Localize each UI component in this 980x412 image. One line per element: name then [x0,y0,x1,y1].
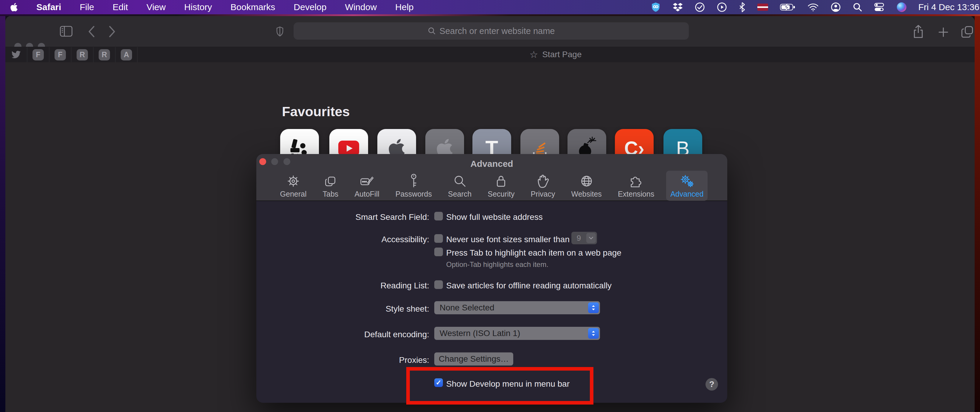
default-encoding-label: Default encoding: [262,330,429,339]
never-use-font-sizes-checkbox[interactable] [434,234,443,243]
default-encoding-value: Western (ISO Latin 1) [440,329,520,338]
help-button[interactable]: ? [705,378,718,391]
save-articles-checkbox[interactable] [434,280,443,289]
puzzle-icon [629,173,643,188]
magnifier-icon [453,173,467,188]
menu-item-edit[interactable]: Edit [113,2,128,12]
tab-extensions[interactable]: Extensions [614,171,659,201]
dialog-header: Advanced General Tabs [256,154,727,201]
never-use-font-sizes-text: Never use font sizes smaller than [446,235,570,244]
privacy-shield-icon[interactable] [276,27,284,36]
tab-overview-button[interactable] [961,25,974,38]
share-button[interactable] [912,25,924,38]
tab-autofill[interactable]: AutoFill [350,171,383,201]
favicon-letter: F [54,49,66,60]
new-tab-button[interactable] [938,27,949,38]
menu-bar: Safari File Edit View History Bookmarks … [0,0,980,14]
bookmark-favicon-r1[interactable]: R [72,47,94,62]
bookmark-favicon-f2[interactable]: F [49,47,72,62]
tab-label: Advanced [670,190,703,198]
style-sheet-popup[interactable]: None Selected [434,301,600,314]
bookmarks-bar: F F R R A ☆ Start Page [5,47,975,62]
default-encoding-popup[interactable]: Western (ISO Latin 1) [434,327,600,340]
accessibility-label: Accessibility: [262,235,429,244]
safari-toolbar: Search or enter website name [5,16,975,47]
press-tab-checkbox[interactable] [434,247,443,256]
menu-item-file[interactable]: File [80,2,94,12]
safari-window: Search or enter website name F F R R A ☆… [5,16,975,412]
bookmark-favicon-twitter[interactable] [5,47,27,62]
control-center-icon[interactable] [874,3,885,12]
bookmark-favicon-a[interactable]: A [116,47,138,62]
gear-icon [286,173,300,188]
vpn-shield-icon[interactable] [651,2,661,13]
dropbox-icon[interactable] [673,2,683,12]
menu-item-bookmarks[interactable]: Bookmarks [231,2,275,12]
desktop-wallpaper-strip [0,14,980,16]
bookmark-favicon-r2[interactable]: R [94,47,116,62]
menu-item-view[interactable]: View [146,2,165,12]
search-icon [428,27,436,35]
address-placeholder: Search or enter website name [440,26,555,36]
play-circle-icon[interactable] [717,2,727,12]
preferences-tabs: General Tabs AutoFill [256,171,727,199]
back-button[interactable] [88,25,95,38]
menu-clock[interactable]: Fri 4 Dec 13:36 [918,2,979,12]
gears-icon [679,173,694,188]
bluetooth-icon[interactable] [739,2,745,12]
tab-privacy[interactable]: Privacy [527,171,560,201]
preferences-dialog: Advanced General Tabs [256,154,727,403]
menu-item-help[interactable]: Help [395,2,414,12]
spotlight-search-icon[interactable] [853,2,862,12]
tab-label: Security [488,190,514,198]
tab-advanced[interactable]: Advanced [666,171,708,201]
battery-charging-icon[interactable] [780,3,795,11]
apple-menu-icon[interactable] [10,2,18,12]
autofill-icon [360,173,374,188]
sidebar-toggle-button[interactable] [60,26,72,36]
tab-label: AutoFill [355,190,379,198]
change-settings-button[interactable]: Change Settings… [434,352,513,366]
tabs-icon [324,173,337,188]
show-full-address-text: Show full website address [446,212,543,222]
favicon-letter: R [76,49,88,60]
tab-start-page[interactable]: ☆ Start Page [530,49,582,60]
font-size-value: 9 [571,232,586,244]
tab-search[interactable]: Search [444,171,476,201]
tab-label: Passwords [396,190,432,198]
proxies-label: Proxies: [262,355,429,365]
menu-item-develop[interactable]: Develop [294,2,326,12]
tab-label: General [280,190,307,198]
tab-websites[interactable]: Websites [567,171,606,201]
menu-item-history[interactable]: History [184,2,212,12]
tab-label: Privacy [531,190,555,198]
key-icon [409,173,418,188]
globe-icon [580,173,593,188]
style-sheet-label: Style sheet: [262,304,429,314]
style-sheet-value: None Selected [440,303,495,312]
favicon-letter: A [121,49,132,60]
tab-label: Websites [571,190,602,198]
dialog-title: Advanced [256,159,727,169]
tab-title: Start Page [542,50,582,59]
siri-icon[interactable] [897,2,906,12]
tab-general[interactable]: General [276,171,311,201]
show-full-address-checkbox[interactable] [434,212,443,220]
bookmark-favicon-f1[interactable]: F [27,47,49,62]
tab-label: Search [448,190,471,198]
tab-tabs[interactable]: Tabs [319,171,343,201]
menu-item-window[interactable]: Window [345,2,377,12]
wifi-icon[interactable] [807,3,819,12]
annotation-highlight-rect [406,367,593,404]
forward-button[interactable] [108,25,116,38]
menu-item-safari[interactable]: Safari [37,2,61,12]
tab-security[interactable]: Security [484,171,519,201]
user-account-icon[interactable] [830,2,841,12]
address-bar[interactable]: Search or enter website name [294,22,689,40]
font-size-dropdown[interactable]: 9 [571,232,597,244]
latvia-flag-icon[interactable] [757,3,768,11]
tab-passwords[interactable]: Passwords [391,171,436,201]
favourites-heading: Favourites [282,104,350,119]
check-circle-icon[interactable] [695,2,705,12]
tab-label: Tabs [323,190,339,198]
